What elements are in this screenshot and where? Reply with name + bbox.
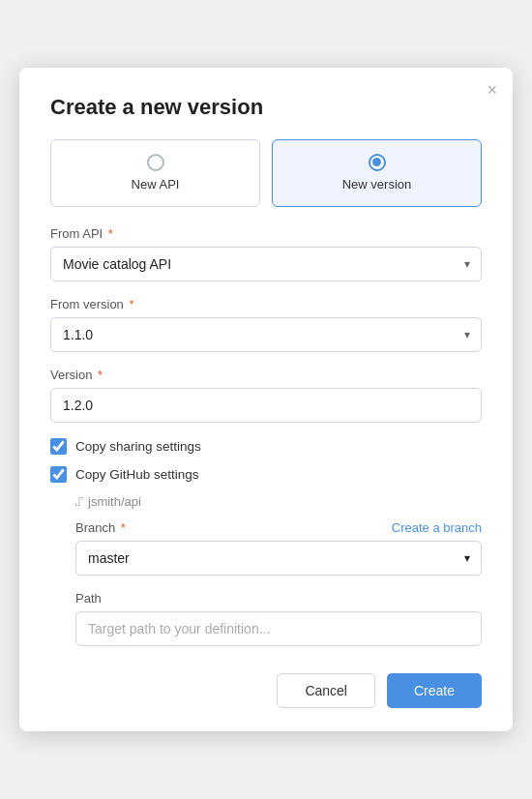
create-button[interactable]: Create — [387, 673, 482, 708]
radio-dot — [372, 158, 381, 166]
type-option-new-version[interactable]: New version — [272, 139, 482, 208]
path-input[interactable] — [75, 611, 482, 646]
branch-label: Branch * — [75, 520, 126, 535]
from-api-select[interactable]: Movie catalog API Other API — [50, 247, 482, 281]
copy-sharing-checkbox[interactable] — [50, 438, 67, 455]
branch-field: Branch * Create a branch master develop … — [75, 520, 482, 576]
version-required: * — [94, 368, 103, 382]
modal-overlay: × Create a new version New API New versi… — [0, 0, 532, 799]
from-api-label: From API * — [50, 226, 482, 241]
modal-footer: Cancel Create — [50, 673, 482, 708]
copy-sharing-row: Copy sharing settings — [50, 438, 482, 455]
from-api-select-wrapper: Movie catalog API Other API ▾ — [50, 247, 482, 281]
from-version-required: * — [126, 297, 134, 311]
type-option-new-version-label: New version — [342, 177, 412, 193]
from-api-required: * — [104, 226, 113, 241]
version-field: Version * — [50, 368, 482, 423]
type-selector: New API New version — [50, 139, 482, 208]
modal-dialog: × Create a new version New API New versi… — [19, 68, 513, 732]
repo-name-text: jsmith/api — [88, 494, 141, 509]
copy-github-checkbox[interactable] — [50, 466, 67, 483]
version-label: Version * — [50, 368, 482, 382]
repo-icon: ⑀ — [75, 494, 83, 509]
radio-new-api — [147, 154, 164, 171]
cancel-button[interactable]: Cancel — [277, 673, 375, 708]
type-option-new-api-label: New API — [132, 177, 180, 193]
from-version-field: From version * 1.1.0 1.0.0 0.9.0 ▾ — [50, 297, 482, 352]
copy-github-label: Copy GitHub settings — [75, 467, 199, 482]
path-field: Path — [75, 591, 482, 646]
copy-github-row: Copy GitHub settings — [50, 466, 482, 483]
from-version-select[interactable]: 1.1.0 1.0.0 0.9.0 — [50, 317, 482, 352]
branch-row: Branch * Create a branch — [75, 520, 482, 535]
version-input[interactable] — [50, 388, 482, 423]
from-version-select-wrapper: 1.1.0 1.0.0 0.9.0 ▾ — [50, 317, 482, 352]
copy-sharing-label: Copy sharing settings — [75, 439, 201, 454]
modal-title: Create a new version — [50, 95, 482, 120]
repo-name: ⑀ jsmith/api — [75, 494, 482, 509]
github-settings-block: ⑀ jsmith/api Branch * Create a branch ma… — [75, 494, 482, 646]
branch-required: * — [117, 520, 126, 535]
path-label: Path — [75, 591, 482, 606]
create-branch-link[interactable]: Create a branch — [392, 520, 482, 535]
radio-new-version — [369, 154, 386, 171]
branch-select-wrapper: master develop main ▾ — [75, 541, 482, 576]
from-version-label: From version * — [50, 297, 482, 311]
from-api-field: From API * Movie catalog API Other API ▾ — [50, 226, 482, 281]
branch-select[interactable]: master develop main — [75, 541, 482, 576]
close-button[interactable]: × — [487, 81, 497, 99]
type-option-new-api[interactable]: New API — [50, 139, 260, 208]
